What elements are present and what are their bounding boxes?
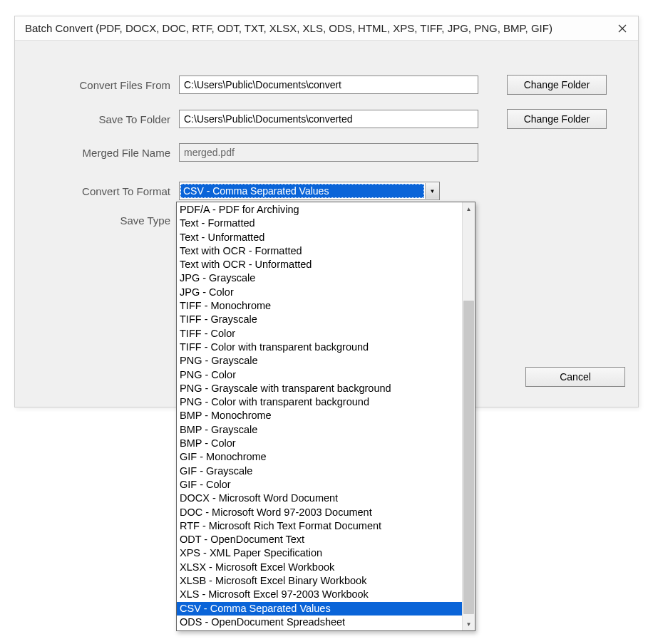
dropdown-option[interactable]: BMP - Monochrome [177, 409, 462, 422]
format-combobox[interactable]: CSV - Comma Separated Values ▼ [179, 182, 440, 200]
dropdown-scrollbar[interactable]: ▲ ▼ [462, 202, 475, 630]
close-icon [618, 24, 627, 33]
dropdown-option[interactable]: GIF - Monochrome [177, 450, 462, 464]
dropdown-option[interactable]: BMP - Grayscale [177, 423, 462, 437]
dropdown-option[interactable]: XPS - XML Paper Specification [177, 546, 462, 560]
dialog-footer: Cancel [525, 367, 625, 387]
dropdown-option[interactable]: XLSB - Microsoft Excel Binary Workbook [177, 574, 462, 588]
dropdown-option[interactable]: BMP - Color [177, 437, 462, 450]
dropdown-items-container: PDF/A - PDF for ArchivingText - Formatte… [177, 202, 462, 630]
row-convert-from: Convert Files From Change Folder [32, 75, 621, 95]
dropdown-option[interactable]: DOCX - Microsoft Word Document [177, 492, 462, 505]
dropdown-option[interactable]: GIF - Grayscale [177, 464, 462, 478]
change-folder-to-button[interactable]: Change Folder [507, 109, 607, 129]
scroll-thumb[interactable] [463, 301, 474, 614]
row-save-to: Save To Folder Change Folder [32, 109, 621, 129]
format-dropdown-list[interactable]: PDF/A - PDF for ArchivingText - Formatte… [176, 202, 475, 631]
dropdown-option[interactable]: ODS - OpenDocument Spreadsheet [177, 616, 462, 629]
scroll-track[interactable] [463, 215, 475, 618]
dropdown-option[interactable]: XLS - Microsoft Excel 97-2003 Workbook [177, 588, 462, 601]
dropdown-option[interactable]: PNG - Color [177, 368, 462, 382]
scroll-up-icon[interactable]: ▲ [463, 202, 475, 215]
dropdown-option[interactable]: TIFF - Grayscale [177, 313, 462, 326]
dropdown-option[interactable]: JPG - Grayscale [177, 271, 462, 285]
dropdown-option[interactable]: PNG - Grayscale [177, 354, 462, 368]
dropdown-option[interactable]: Text - Formatted [177, 217, 462, 230]
dropdown-option[interactable]: TIFF - Color with transparent background [177, 341, 462, 354]
dropdown-option[interactable]: JPG - Color [177, 286, 462, 299]
dropdown-option[interactable]: Text with OCR - Formatted [177, 244, 462, 258]
merged-name-label: Merged File Name [32, 147, 179, 159]
dropdown-option[interactable]: TIFF - Monochrome [177, 299, 462, 313]
close-button[interactable] [612, 21, 632, 36]
format-selected-text: CSV - Comma Separated Values [180, 184, 424, 198]
dropdown-option[interactable]: ODT - OpenDocument Text [177, 533, 462, 546]
window-title: Batch Convert (PDF, DOCX, DOC, RTF, ODT,… [25, 22, 552, 34]
row-format: Convert To Format CSV - Comma Separated … [32, 182, 621, 200]
titlebar: Batch Convert (PDF, DOCX, DOC, RTF, ODT,… [15, 16, 638, 41]
save-to-label: Save To Folder [32, 113, 179, 125]
dropdown-option[interactable]: DOC - Microsoft Word 97-2003 Document [177, 506, 462, 519]
row-merged-name: Merged File Name [32, 143, 621, 162]
dropdown-option[interactable]: XLSX - Microsoft Excel Workbook [177, 561, 462, 574]
dropdown-option[interactable]: Text - Unformatted [177, 231, 462, 244]
chevron-down-icon: ▼ [425, 183, 439, 199]
save-type-label: Save Type [32, 214, 179, 227]
save-to-input[interactable] [179, 110, 478, 128]
convert-from-input[interactable] [179, 76, 478, 94]
convert-from-label: Convert Files From [32, 79, 179, 91]
dropdown-option[interactable]: GIF - Color [177, 478, 462, 492]
change-folder-from-button[interactable]: Change Folder [507, 75, 607, 95]
dropdown-option[interactable]: Text with OCR - Unformatted [177, 258, 462, 271]
merged-name-input [179, 143, 478, 162]
scroll-down-icon[interactable]: ▼ [463, 618, 475, 630]
cancel-button[interactable]: Cancel [525, 367, 625, 387]
dropdown-option[interactable]: PDF/A - PDF for Archiving [177, 203, 462, 217]
dropdown-option[interactable]: PNG - Grayscale with transparent backgro… [177, 382, 462, 395]
dropdown-option[interactable]: CSV - Comma Separated Values [177, 602, 462, 616]
dropdown-option[interactable]: TIFF - Color [177, 327, 462, 341]
dropdown-option[interactable]: PNG - Color with transparent background [177, 395, 462, 409]
format-label: Convert To Format [32, 185, 179, 197]
dropdown-option[interactable]: RTF - Microsoft Rich Text Format Documen… [177, 519, 462, 533]
